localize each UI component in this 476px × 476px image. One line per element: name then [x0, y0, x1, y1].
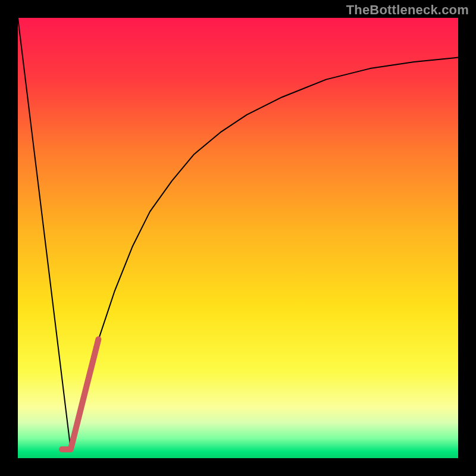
chart-frame: TheBottleneck.com — [0, 0, 476, 476]
left-line — [18, 18, 71, 449]
plot-area — [18, 18, 458, 458]
curve-layer — [18, 18, 458, 458]
watermark-label: TheBottleneck.com — [346, 2, 469, 18]
right-curve — [71, 58, 458, 450]
highlight-tick — [62, 339, 98, 449]
